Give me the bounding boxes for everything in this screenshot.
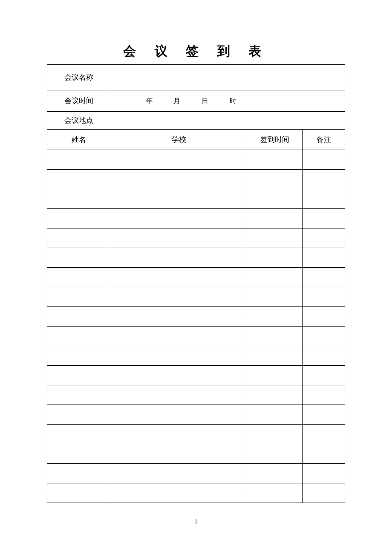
- value-meeting-name: [111, 65, 345, 90]
- cell-remark: [303, 209, 345, 228]
- cell-name: [47, 189, 111, 209]
- cell-checkin: [247, 268, 303, 287]
- table-row: [47, 425, 345, 444]
- table-row: [47, 464, 345, 483]
- cell-remark: [303, 248, 345, 268]
- cell-checkin: [247, 170, 303, 189]
- blank-day: [180, 96, 202, 103]
- cell-checkin: [247, 405, 303, 425]
- table-row: [47, 228, 345, 248]
- cell-name: [47, 366, 111, 385]
- table-row: [47, 209, 345, 228]
- cell-remark: [303, 170, 345, 189]
- cell-remark: [303, 287, 345, 307]
- value-meeting-time: 年月日时: [111, 90, 345, 112]
- cell-school: [111, 444, 247, 464]
- col-header-remark: 备注: [303, 130, 345, 150]
- signin-table: 会议名称 会议时间 年月日时 会议地点 姓名 学校 签到时间 备注: [47, 64, 345, 503]
- cell-remark: [303, 425, 345, 444]
- cell-name: [47, 346, 111, 366]
- cell-name: [47, 170, 111, 189]
- cell-remark: [303, 307, 345, 327]
- cell-name: [47, 307, 111, 327]
- cell-school: [111, 327, 247, 346]
- cell-checkin: [247, 346, 303, 366]
- cell-remark: [303, 385, 345, 405]
- unit-month: 月: [173, 97, 180, 104]
- table-row: [47, 287, 345, 307]
- cell-name: [47, 268, 111, 287]
- cell-checkin: [247, 327, 303, 346]
- cell-school: [111, 228, 247, 248]
- cell-remark: [303, 483, 345, 503]
- cell-name: [47, 150, 111, 170]
- cell-checkin: [247, 307, 303, 327]
- cell-school: [111, 483, 247, 503]
- page-number: 1: [0, 518, 392, 525]
- unit-day: 日: [202, 97, 208, 104]
- cell-checkin: [247, 444, 303, 464]
- table-row: [47, 170, 345, 189]
- cell-school: [111, 464, 247, 483]
- page-title: 会 议 签 到 表: [47, 43, 345, 60]
- cell-name: [47, 464, 111, 483]
- cell-name: [47, 327, 111, 346]
- cell-name: [47, 444, 111, 464]
- cell-school: [111, 209, 247, 228]
- cell-school: [111, 248, 247, 268]
- cell-school: [111, 287, 247, 307]
- cell-name: [47, 287, 111, 307]
- cell-remark: [303, 464, 345, 483]
- cell-checkin: [247, 150, 303, 170]
- cell-remark: [303, 228, 345, 248]
- cell-checkin: [247, 366, 303, 385]
- label-meeting-time: 会议时间: [47, 90, 111, 112]
- table-row: [47, 405, 345, 425]
- table-row: [47, 327, 345, 346]
- col-header-checkin: 签到时间: [247, 130, 303, 150]
- blank-month: [153, 96, 173, 103]
- col-header-school: 学校: [111, 130, 247, 150]
- cell-school: [111, 170, 247, 189]
- unit-hour: 时: [230, 97, 236, 104]
- table-row: [47, 366, 345, 385]
- table-row: [47, 444, 345, 464]
- cell-school: [111, 366, 247, 385]
- table-row: [47, 248, 345, 268]
- cell-school: [111, 150, 247, 170]
- table-row: [47, 150, 345, 170]
- cell-name: [47, 425, 111, 444]
- table-row: [47, 346, 345, 366]
- cell-remark: [303, 366, 345, 385]
- cell-name: [47, 405, 111, 425]
- cell-remark: [303, 268, 345, 287]
- table-row: [47, 189, 345, 209]
- blank-hour: [208, 96, 230, 103]
- cell-checkin: [247, 425, 303, 444]
- cell-checkin: [247, 228, 303, 248]
- table-row: [47, 385, 345, 405]
- cell-remark: [303, 150, 345, 170]
- cell-checkin: [247, 464, 303, 483]
- cell-remark: [303, 189, 345, 209]
- cell-checkin: [247, 483, 303, 503]
- cell-remark: [303, 444, 345, 464]
- table-row: [47, 483, 345, 503]
- blank-year: [121, 96, 146, 103]
- col-header-name: 姓名: [47, 130, 111, 150]
- cell-checkin: [247, 248, 303, 268]
- cell-name: [47, 248, 111, 268]
- cell-school: [111, 425, 247, 444]
- cell-name: [47, 483, 111, 503]
- cell-remark: [303, 327, 345, 346]
- cell-school: [111, 268, 247, 287]
- cell-name: [47, 228, 111, 248]
- cell-school: [111, 405, 247, 425]
- cell-school: [111, 189, 247, 209]
- cell-checkin: [247, 385, 303, 405]
- cell-checkin: [247, 287, 303, 307]
- cell-name: [47, 385, 111, 405]
- label-meeting-name: 会议名称: [47, 65, 111, 90]
- value-meeting-location: [111, 112, 345, 130]
- table-row: [47, 268, 345, 287]
